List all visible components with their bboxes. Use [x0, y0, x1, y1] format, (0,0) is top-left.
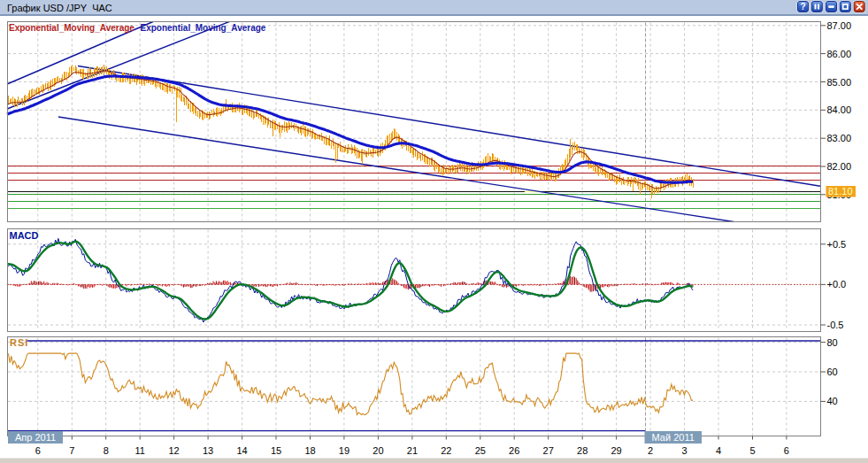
svg-text:25: 25: [475, 445, 486, 456]
svg-text:28: 28: [577, 445, 588, 456]
svg-text:40: 40: [827, 396, 838, 406]
svg-text:RSI: RSI: [10, 337, 28, 348]
svg-text:84.00: 84.00: [827, 104, 852, 115]
svg-text:График USD /JPY ЧАС: График USD /JPY ЧАС: [7, 3, 112, 13]
svg-text:-0.5: -0.5: [827, 320, 844, 330]
svg-text:20: 20: [373, 445, 383, 456]
svg-text:19: 19: [339, 445, 350, 456]
svg-text:27: 27: [543, 445, 554, 456]
svg-text:Апр 2011: Апр 2011: [15, 432, 56, 443]
svg-text:3: 3: [681, 445, 687, 456]
svg-text:21: 21: [407, 445, 418, 456]
svg-text:12: 12: [168, 445, 179, 456]
svg-text:4: 4: [716, 445, 721, 456]
svg-text:7: 7: [69, 445, 74, 456]
svg-text:60: 60: [827, 367, 838, 377]
svg-text:26: 26: [509, 445, 519, 456]
svg-text:86.00: 86.00: [827, 49, 852, 59]
svg-text:87.00: 87.00: [827, 20, 852, 31]
svg-text:6: 6: [35, 445, 41, 456]
svg-text:8: 8: [104, 445, 109, 456]
svg-text:15: 15: [271, 445, 281, 456]
svg-text:13: 13: [203, 445, 213, 456]
svg-text:MACD: MACD: [10, 230, 39, 241]
svg-text:Exponential_Moving_Average: Exponential_Moving_Average: [9, 23, 134, 33]
svg-text:14: 14: [236, 445, 247, 456]
svg-text:6: 6: [784, 445, 789, 456]
svg-text:+0.5: +0.5: [827, 239, 847, 250]
svg-text:80: 80: [827, 337, 838, 348]
svg-text:5: 5: [749, 445, 755, 456]
svg-text:Май 2011: Май 2011: [652, 432, 695, 443]
svg-text:22: 22: [441, 445, 451, 456]
svg-text:2: 2: [648, 445, 653, 456]
svg-text:85.00: 85.00: [827, 77, 852, 88]
svg-text:+0.0: +0.0: [827, 279, 847, 289]
svg-text:11: 11: [134, 445, 144, 456]
svg-text:18: 18: [304, 445, 315, 456]
svg-text:81.10: 81.10: [828, 186, 853, 197]
svg-text:29: 29: [611, 445, 621, 456]
svg-text:?: ?: [800, 2, 805, 12]
svg-text:Exponential_Moving_Average: Exponential_Moving_Average: [141, 23, 266, 33]
svg-text:83.00: 83.00: [827, 133, 852, 143]
svg-text:82.00: 82.00: [827, 161, 852, 172]
